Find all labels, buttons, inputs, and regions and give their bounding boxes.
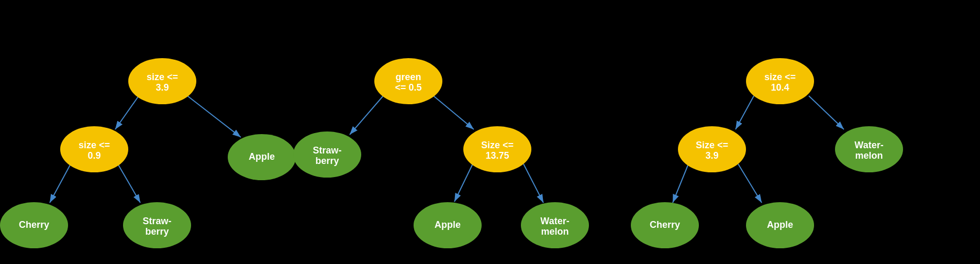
edge-t1n1-t1n3 — [187, 96, 241, 137]
node-t1-root-label: size <= — [147, 72, 178, 82]
edge-t3n2-t3n5 — [738, 164, 762, 203]
node-t3-left-label2: 3.9 — [705, 150, 718, 161]
node-t1-ll-label: Cherry — [19, 219, 49, 230]
node-t2-rl-label: Apple — [435, 219, 461, 230]
node-t2-left-label2: berry — [315, 156, 339, 166]
edge-t1n2-t1n4 — [50, 164, 71, 203]
node-t2-rr-label2: melon — [541, 226, 569, 237]
node-t1-lr-label: Straw- — [142, 216, 171, 226]
node-t3-right-label: Water- — [854, 140, 883, 150]
node-t3-ll-label: Cherry — [650, 219, 680, 230]
node-t1-left-label2: 0.9 — [87, 150, 101, 161]
node-t2-left-label: Straw- — [313, 145, 341, 156]
node-t2-root-label2: <= 0.5 — [395, 82, 421, 93]
node-t3-lr-label: Apple — [767, 219, 793, 230]
node-t3-root-label: size <= — [764, 72, 796, 82]
node-t1-left-label: size <= — [79, 140, 110, 150]
node-t2-rr-label: Water- — [540, 216, 569, 226]
node-t2-root-label: green — [395, 72, 421, 82]
edge-t1n2-t1n5 — [118, 164, 140, 203]
edge-t2n3-t2n5 — [524, 164, 543, 203]
node-t3-left-label: Size <= — [696, 140, 728, 150]
node-t3-right-label2: melon — [855, 150, 883, 161]
node-t3-root-label2: 10.4 — [771, 82, 789, 93]
node-t1-root-label2: 3.9 — [155, 82, 169, 93]
node-t1-right-label: Apple — [249, 151, 275, 162]
decision-tree-diagram: size <= 3.9 size <= 0.9 Apple Cherry Str… — [0, 0, 980, 264]
node-t2-right-label2: 13.75 — [485, 150, 509, 161]
edge-t1n1-t1n2 — [115, 96, 139, 129]
edge-t3n1-t3n3 — [809, 96, 844, 129]
edge-t3n2-t3n4 — [673, 164, 688, 203]
edge-t2n1-t2n2 — [350, 96, 383, 135]
edge-t3n1-t3n2 — [736, 96, 754, 129]
edge-t2n3-t2n4 — [454, 164, 473, 202]
edge-t2n1-t2n3 — [433, 96, 474, 129]
node-t2-right-label: Size <= — [481, 140, 514, 150]
node-t1-lr-label2: berry — [145, 226, 169, 237]
